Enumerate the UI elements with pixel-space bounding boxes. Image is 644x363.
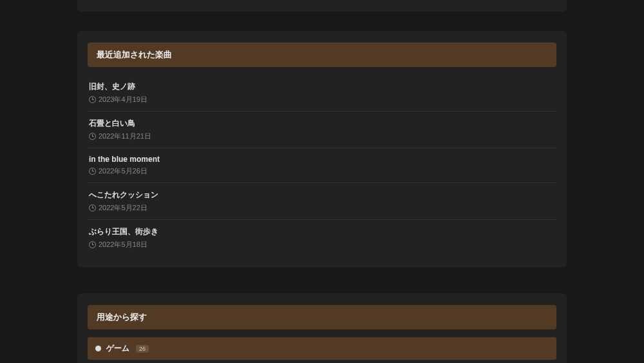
clock-icon bbox=[89, 241, 96, 248]
song-date-label: 2022年5月18日 bbox=[99, 240, 147, 250]
clock-icon bbox=[89, 168, 96, 175]
song-date: 2022年11月21日 bbox=[89, 132, 555, 141]
song-date: 2022年5月18日 bbox=[89, 240, 555, 250]
recent-songs-panel: 最近追加された楽曲 旧封、史ノ跡 2023年4月19日 石畳と白い鳥 2022年… bbox=[77, 31, 567, 268]
song-date-label: 2022年5月22日 bbox=[99, 203, 147, 213]
song-item[interactable]: in the blue moment 2022年5月26日 bbox=[88, 148, 556, 183]
song-date: 2022年5月26日 bbox=[89, 166, 555, 176]
category-label: ゲーム bbox=[106, 343, 129, 354]
song-date-label: 2022年11月21日 bbox=[99, 132, 151, 141]
song-item[interactable]: 旧封、史ノ跡 2023年4月19日 bbox=[88, 75, 556, 112]
by-usage-panel: 用途から探す ゲーム 26 フィールド・ダンジョンBGM 4 町・村BGM 14 bbox=[77, 293, 567, 363]
song-item[interactable]: 石畳と白い鳥 2022年11月21日 bbox=[88, 112, 556, 148]
song-title[interactable]: 石畳と白い鳥 bbox=[89, 118, 555, 129]
category-item-game[interactable]: ゲーム 26 bbox=[88, 337, 556, 360]
clock-icon bbox=[89, 133, 96, 140]
song-title[interactable]: ぶらり王国、街歩き bbox=[89, 226, 555, 237]
clock-icon bbox=[89, 204, 96, 211]
song-item[interactable]: ぶらり王国、街歩き 2022年5月18日 bbox=[88, 220, 556, 256]
by-usage-header: 用途から探す bbox=[88, 305, 556, 329]
song-title[interactable]: 旧封、史ノ跡 bbox=[89, 81, 555, 92]
song-date-label: 2023年4月19日 bbox=[99, 95, 147, 104]
song-item[interactable]: へこたれクッション 2022年5月22日 bbox=[88, 183, 556, 220]
song-date-label: 2022年5月26日 bbox=[99, 166, 147, 176]
song-date: 2023年4月19日 bbox=[89, 95, 555, 104]
count-badge: 26 bbox=[136, 345, 149, 353]
category-list: ゲーム 26 フィールド・ダンジョンBGM 4 町・村BGM 14 bbox=[88, 337, 556, 363]
recent-songs-header: 最近追加された楽曲 bbox=[88, 43, 556, 67]
clock-icon bbox=[89, 96, 96, 103]
bullet-icon bbox=[95, 346, 101, 351]
previous-panel-bottom bbox=[77, 0, 567, 12]
song-title[interactable]: in the blue moment bbox=[89, 155, 555, 164]
song-title[interactable]: へこたれクッション bbox=[89, 190, 555, 201]
song-date: 2022年5月22日 bbox=[89, 203, 555, 213]
